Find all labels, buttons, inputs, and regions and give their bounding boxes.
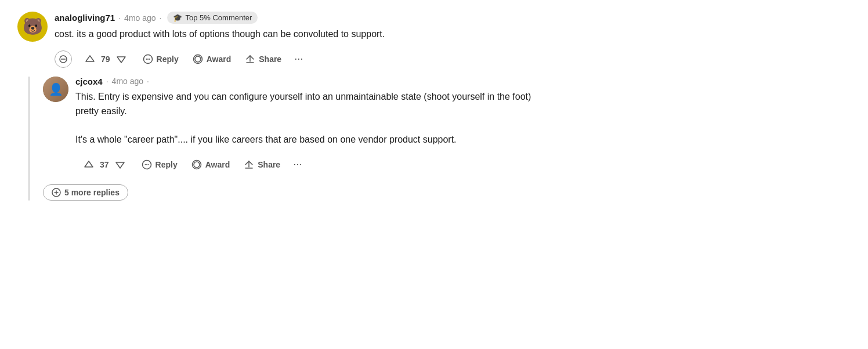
svg-point-12 xyxy=(194,162,200,168)
reply-button-2[interactable]: Reply xyxy=(136,156,183,173)
upvote-button-2[interactable] xyxy=(80,157,97,172)
badge-icon: 🎓 xyxy=(173,13,182,22)
downvote-button-2[interactable] xyxy=(111,157,129,172)
thread-line xyxy=(17,77,41,201)
downvote-button-1[interactable] xyxy=(113,52,130,67)
svg-point-11 xyxy=(147,164,149,165)
comment1-body: analogliving71 · 4mo ago · 🎓 Top 5% Comm… xyxy=(55,12,540,70)
comment1-dot2: · xyxy=(160,13,162,23)
comment1-dot1: · xyxy=(118,13,121,23)
thread-line-bar xyxy=(28,77,30,201)
reply-icon xyxy=(143,54,153,64)
award-icon xyxy=(193,54,203,64)
reply-section: 👤 cjcox4 · 4mo ago · This. Entry is expe… xyxy=(41,77,540,201)
award-label-1: Award xyxy=(207,54,232,64)
award-button-2[interactable]: Award xyxy=(186,156,236,173)
reply-button-1[interactable]: Reply xyxy=(137,50,185,68)
avatar-cjcox4: 👤 xyxy=(43,77,68,102)
comment2-text: This. Entry is expensive and you can con… xyxy=(75,90,540,147)
badge-label: Top 5% Commenter xyxy=(185,13,252,22)
comment2-text-line1: This. Entry is expensive and you can con… xyxy=(75,92,531,116)
avatar-analogliving: 🐻 xyxy=(17,12,48,42)
avatar-face: 👤 xyxy=(43,77,68,102)
reply-comment: 👤 cjcox4 · 4mo ago · This. Entry is expe… xyxy=(43,77,540,175)
svg-point-3 xyxy=(146,59,147,60)
vote-section-2: 37 xyxy=(75,154,133,175)
comment2-actions: 37 xyxy=(75,154,540,175)
upvote-icon-2 xyxy=(84,159,94,170)
award-icon-2 xyxy=(191,159,202,170)
more-replies-label: 5 more replies xyxy=(64,188,120,197)
comment2-body: cjcox4 · 4mo ago · This. Entry is expens… xyxy=(75,77,540,175)
vote-count-1: 79 xyxy=(101,54,110,64)
reply-icon-2 xyxy=(142,159,152,170)
comment2-username: cjcox4 xyxy=(75,77,103,86)
comment-thread: 🐻 analogliving71 · 4mo ago · 🎓 Top 5% Co… xyxy=(17,12,540,201)
downvote-icon-2 xyxy=(115,159,125,170)
vote-section-1: 79 xyxy=(77,49,135,70)
more-options-button-2[interactable]: ··· xyxy=(288,155,306,174)
comment1-username: analogliving71 xyxy=(55,13,115,23)
vote-count-2: 37 xyxy=(100,160,109,169)
more-options-button-1[interactable]: ··· xyxy=(290,49,308,68)
upvote-button-1[interactable] xyxy=(81,52,99,67)
upvote-icon xyxy=(85,54,95,64)
svg-point-6 xyxy=(195,56,201,62)
minus-icon xyxy=(59,55,67,63)
comment1-header: analogliving71 · 4mo ago · 🎓 Top 5% Comm… xyxy=(55,12,540,24)
svg-point-10 xyxy=(146,164,147,165)
share-button-2[interactable]: Share xyxy=(238,156,286,173)
comment2-dot2: · xyxy=(147,77,149,86)
thread-container: 👤 cjcox4 · 4mo ago · This. Entry is expe… xyxy=(17,77,540,201)
plus-icon xyxy=(52,188,61,197)
reply-label-1: Reply xyxy=(157,54,179,64)
comment2-timestamp: 4mo ago xyxy=(112,77,143,86)
comment2-text-line2: It's a whole "career path".... if you li… xyxy=(75,134,457,144)
avatar-emoji: 🐻 xyxy=(23,19,43,35)
comment2-dot1: · xyxy=(106,77,108,86)
svg-point-5 xyxy=(149,59,150,60)
more-replies-button[interactable]: 5 more replies xyxy=(43,184,128,201)
comment1-actions: 79 Reply xyxy=(55,49,540,70)
comment2-header: cjcox4 · 4mo ago · xyxy=(75,77,540,86)
award-label-2: Award xyxy=(205,160,230,169)
svg-point-9 xyxy=(144,164,146,165)
share-label-1: Share xyxy=(259,54,281,64)
comment1-text: cost. its a good product with lots of op… xyxy=(55,27,540,42)
svg-point-4 xyxy=(147,59,149,60)
top-comment: 🐻 analogliving71 · 4mo ago · 🎓 Top 5% Co… xyxy=(17,12,540,70)
award-button-1[interactable]: Award xyxy=(187,50,237,68)
reply-label-2: Reply xyxy=(155,160,178,169)
share-icon-2 xyxy=(244,159,254,170)
downvote-icon xyxy=(116,54,126,64)
comment1-timestamp: 4mo ago xyxy=(124,13,155,23)
share-label-2: Share xyxy=(258,160,280,169)
comment1-badge: 🎓 Top 5% Commenter xyxy=(167,12,258,24)
share-button-1[interactable]: Share xyxy=(239,50,287,68)
share-icon xyxy=(245,54,255,64)
collapse-button[interactable] xyxy=(55,50,72,68)
